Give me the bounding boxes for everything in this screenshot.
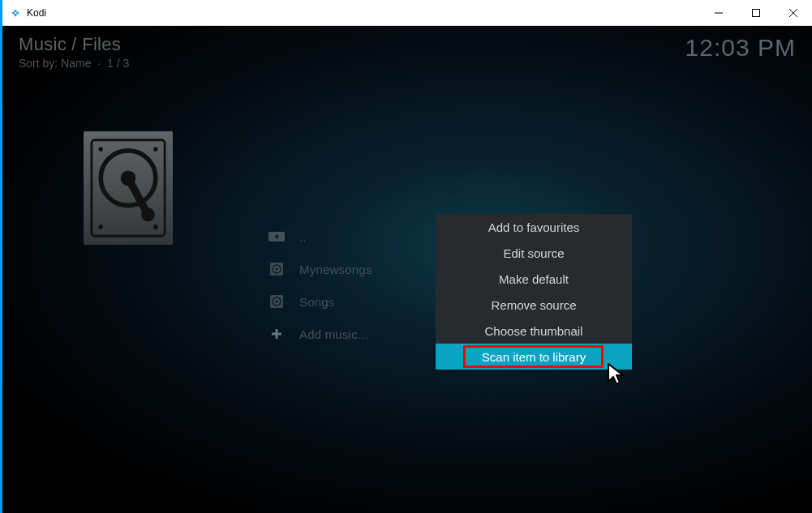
context-menu-item-remove[interactable]: Remove source bbox=[436, 292, 632, 318]
breadcrumb: Music / Files bbox=[19, 34, 129, 55]
window-title: Kodi bbox=[27, 7, 46, 19]
plus-icon bbox=[269, 327, 285, 340]
list-item-label: Songs bbox=[299, 295, 335, 309]
context-label: Remove source bbox=[491, 298, 576, 312]
close-button[interactable] bbox=[775, 0, 812, 25]
context-label: Choose thumbnail bbox=[485, 324, 583, 338]
sort-prefix: Sort by: bbox=[19, 57, 61, 70]
svg-rect-3 bbox=[14, 13, 17, 16]
list-item-label: .. bbox=[299, 230, 307, 244]
context-label: Make default bbox=[499, 272, 569, 286]
sort-field: Name bbox=[61, 57, 91, 70]
svg-point-14 bbox=[98, 224, 103, 229]
svg-rect-2 bbox=[11, 11, 15, 15]
source-thumbnail bbox=[84, 131, 173, 245]
minimize-button[interactable] bbox=[700, 0, 737, 25]
kodi-logo-icon bbox=[9, 6, 22, 19]
back-arrow-icon bbox=[269, 230, 285, 243]
svg-point-11 bbox=[141, 207, 155, 221]
window-controls bbox=[700, 0, 812, 25]
sort-line[interactable]: Sort by: Name · 1 / 3 bbox=[19, 57, 129, 70]
context-menu-item-edit[interactable]: Edit source bbox=[436, 240, 632, 266]
context-menu-item-default[interactable]: Make default bbox=[436, 266, 632, 292]
clock: 12:03 PM bbox=[685, 34, 796, 62]
disc-icon bbox=[269, 294, 285, 309]
context-label: Scan item to library bbox=[482, 350, 586, 364]
maximize-button[interactable] bbox=[737, 0, 775, 25]
svg-point-13 bbox=[153, 147, 158, 152]
disc-icon bbox=[269, 262, 285, 276]
list-item-label: Mynewsongs bbox=[299, 263, 372, 276]
harddrive-icon bbox=[90, 138, 166, 238]
window-titlebar: Kodi bbox=[2, 0, 812, 26]
svg-rect-0 bbox=[14, 9, 17, 12]
context-menu-item-thumbnail[interactable]: Choose thumbnail bbox=[436, 318, 632, 344]
context-menu-item-favourites[interactable]: Add to favourites bbox=[436, 214, 632, 240]
context-menu-item-scan[interactable]: Scan item to library bbox=[436, 344, 632, 370]
context-label: Edit source bbox=[503, 246, 564, 260]
list-item-label: Add music... bbox=[299, 327, 368, 341]
kodi-app-body: Music / Files Sort by: Name · 1 / 3 12:0… bbox=[2, 26, 812, 513]
svg-point-22 bbox=[276, 301, 278, 303]
svg-point-15 bbox=[153, 224, 158, 229]
svg-point-12 bbox=[98, 147, 103, 152]
item-count: 1 / 3 bbox=[107, 57, 129, 70]
svg-rect-5 bbox=[753, 9, 760, 16]
context-menu: Add to favourites Edit source Make defau… bbox=[436, 214, 632, 370]
context-label: Add to favourites bbox=[488, 220, 580, 234]
svg-point-19 bbox=[276, 268, 278, 271]
svg-rect-1 bbox=[16, 11, 19, 15]
